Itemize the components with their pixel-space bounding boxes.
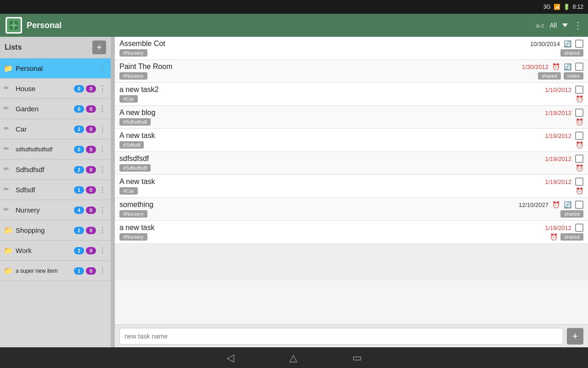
task-tag[interactable]: #Car (119, 95, 138, 103)
sidebar-item-sdfsdf[interactable]: ✏ Sdfsdf 1 0 ⋮ (0, 180, 111, 200)
sidebar-item-label: Garden (16, 105, 74, 113)
sidebar-item-label: a super new item (16, 268, 74, 274)
task-tag[interactable]: #Sdfsdf (119, 141, 144, 149)
sidebar-item-label: Sdfsdfsdf (16, 166, 74, 173)
overflow-menu-icon[interactable]: ⋮ (573, 20, 582, 31)
sidebar-item-menu[interactable]: ⋮ (98, 64, 107, 73)
content-area: Assemble Cot 10/30/2014 🔄 #Nursery share… (115, 37, 588, 347)
task-date: 1/19/2012 (545, 155, 571, 162)
task-title[interactable]: A new task (119, 132, 155, 140)
refresh-icon[interactable]: 🔄 (564, 40, 571, 47)
task-title[interactable]: a new task (119, 224, 154, 232)
task-item: sdfsdfsdf 1/19/2012 #Sdfsdfsdf ⏰ (115, 152, 588, 175)
task-tag[interactable]: #Nursery (119, 210, 147, 218)
folder-icon: 📁 (4, 246, 13, 255)
shared-button[interactable]: shared (560, 210, 583, 218)
home-button[interactable]: △ (289, 352, 297, 364)
task-title[interactable]: Assemble Cot (119, 40, 165, 48)
sidebar-item-personal[interactable]: 📁 Personal ⋮ (0, 58, 111, 79)
task-title[interactable]: a new task2 (119, 86, 158, 94)
shared-button[interactable]: shared (560, 233, 583, 241)
task-row-top: a new task2 1/10/2012 (119, 86, 583, 94)
filter-all-label[interactable]: All (549, 22, 557, 29)
sidebar-item-menu[interactable]: ⋮ (98, 145, 107, 154)
badge-active: 4 (74, 207, 84, 214)
refresh-icon[interactable]: 🔄 (564, 63, 571, 70)
recents-button[interactable]: ▭ (352, 352, 362, 364)
refresh-icon[interactable]: 🔄 (564, 201, 571, 208)
task-tag[interactable]: #Nursery (119, 49, 147, 57)
sidebar-item-work[interactable]: 📁 Work 2 0 ⋮ (0, 241, 111, 261)
task-title[interactable]: something (119, 201, 153, 209)
task-actions: ⏰ (576, 118, 583, 126)
sidebar-item-shopping[interactable]: 📁 Shopping 2 0 ⋮ (0, 220, 111, 241)
task-row-bottom: #Sdfsdfsdf ⏰ (119, 164, 583, 172)
task-checkbox[interactable] (575, 201, 583, 209)
shared-button[interactable]: shared (560, 49, 583, 57)
pencil-icon: ✏ (4, 145, 13, 154)
alarm-icon: ⏰ (576, 187, 583, 195)
task-tag[interactable]: #Sdfsdfsdf (119, 164, 151, 172)
task-checkbox[interactable] (575, 63, 583, 71)
sidebar-item-label: Personal (16, 64, 98, 72)
task-row-top: something 12/10/2027 ⏰ 🔄 (119, 201, 583, 209)
task-checkbox[interactable] (575, 132, 583, 140)
sidebar-item-menu[interactable]: ⋮ (98, 226, 107, 235)
sidebar-item-menu[interactable]: ⋮ (98, 185, 107, 194)
task-tag[interactable]: #Sdfsdfsdf (119, 118, 151, 126)
sidebar-item-menu[interactable]: ⋮ (98, 104, 107, 113)
shared-button[interactable]: shared (538, 72, 561, 80)
task-tag[interactable]: #Car (119, 187, 138, 195)
sidebar-item-house[interactable]: ✏ House 0 0 ⋮ (0, 79, 111, 99)
task-actions: shared notes (538, 72, 583, 80)
task-checkbox[interactable] (575, 155, 583, 163)
task-checkbox[interactable] (575, 40, 583, 48)
task-tag[interactable]: #Nursery (119, 72, 147, 80)
task-tag[interactable]: #Nursery (119, 233, 147, 241)
sidebar-item-nursery[interactable]: ✏ Nursery 4 0 ⋮ (0, 200, 111, 220)
badge-total: 0 (86, 227, 96, 234)
alarm-icon: ⏰ (576, 164, 583, 172)
sidebar-item-menu[interactable]: ⋮ (98, 206, 107, 214)
sidebar-item-menu[interactable]: ⋮ (98, 84, 107, 93)
sidebar-item-menu[interactable]: ⋮ (98, 165, 107, 174)
task-title[interactable]: Paint The Room (119, 63, 172, 71)
task-checkbox[interactable] (575, 86, 583, 94)
app-icon (6, 17, 22, 34)
back-button[interactable]: ◁ (226, 352, 234, 364)
filter-arrow-icon[interactable] (562, 23, 568, 27)
add-task-button[interactable]: + (567, 328, 583, 345)
task-row-top: Assemble Cot 10/30/2014 🔄 (119, 40, 583, 48)
notes-button[interactable]: notes (564, 72, 583, 80)
add-list-button[interactable]: + (92, 40, 106, 54)
sidebar-item-sdfsdfsdf[interactable]: ✏ Sdfsdfsdf 2 0 ⋮ (0, 160, 111, 180)
task-date: 12/10/2027 (519, 201, 548, 208)
task-title[interactable]: A new blog (119, 109, 155, 117)
sidebar-item-menu[interactable]: ⋮ (98, 266, 107, 275)
sidebar-item-super-new[interactable]: 📁 a super new item 1 0 ⋮ (0, 261, 111, 281)
alarm-icon: ⏰ (576, 141, 583, 149)
sidebar-item-garden[interactable]: ✏ Garden 0 0 ⋮ (0, 99, 111, 119)
sort-az-label[interactable]: a-z (536, 22, 544, 29)
task-date: 10/30/2014 (530, 40, 560, 47)
alarm-icon: ⏰ (552, 201, 560, 208)
badge-total: 0 (86, 126, 96, 133)
task-checkbox[interactable] (575, 109, 583, 117)
badges: 0 0 (74, 85, 96, 92)
task-title[interactable]: A new task (119, 178, 155, 186)
task-checkbox[interactable] (575, 224, 583, 232)
bottom-nav: ◁ △ ▭ (0, 347, 588, 368)
badges: 2 0 (74, 227, 96, 234)
drag-handle[interactable]: ⋮ (111, 37, 115, 347)
task-row-top: sdfsdfsdf 1/19/2012 (119, 155, 583, 163)
task-item: a new task 1/19/2012 #Nursery ⏰ shared (115, 221, 588, 244)
sidebar-item-menu[interactable]: ⋮ (98, 125, 107, 133)
sidebar-item-car[interactable]: ✏ Car 2 0 ⋮ (0, 119, 111, 139)
task-checkbox[interactable] (575, 178, 583, 186)
sidebar-item-sdfsdfsdfsdfsdf[interactable]: ✏ sdfsdfsdfsdfsdf 0 0 ⋮ (0, 139, 111, 160)
sidebar-item-menu[interactable]: ⋮ (98, 246, 107, 255)
task-title[interactable]: sdfsdfsdf (119, 155, 149, 163)
task-row-bottom: #Nursery shared notes (119, 72, 583, 80)
new-task-input[interactable] (119, 328, 563, 345)
badge-total: 0 (86, 146, 96, 153)
